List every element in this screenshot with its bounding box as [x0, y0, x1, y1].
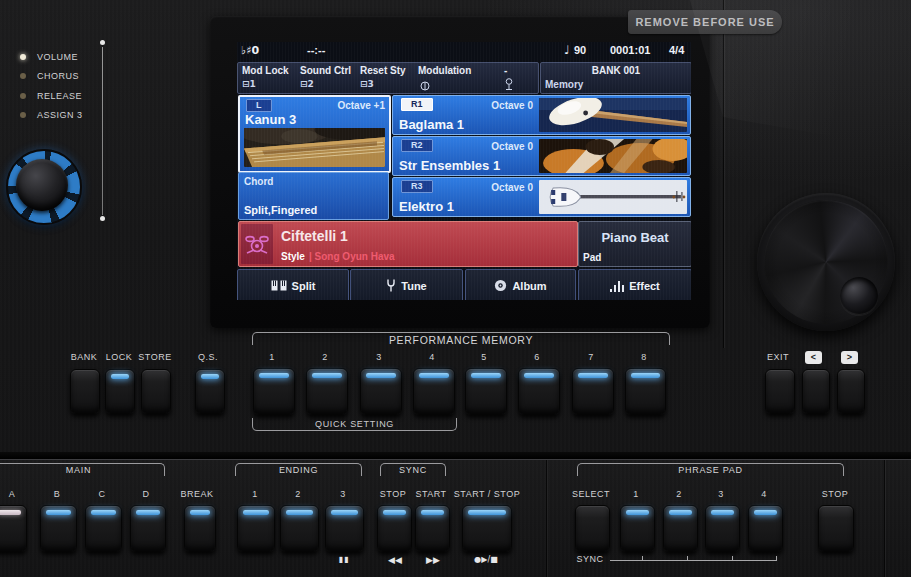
bank-button[interactable] [70, 369, 100, 414]
cursor-right-button[interactable] [837, 369, 865, 414]
phrase-1-button[interactable] [620, 505, 655, 552]
quick-setting-button[interactable] [195, 369, 225, 414]
softkey-split[interactable]: Split [237, 269, 349, 300]
album-disc-icon [494, 279, 507, 292]
lock-button[interactable] [105, 369, 135, 414]
song-time: --:-- [307, 44, 325, 56]
perf-8-button[interactable] [625, 368, 666, 415]
voice-r3-name: Elektro 1 [399, 199, 454, 214]
divider-line [102, 47, 103, 215]
perf-7-button[interactable] [572, 368, 614, 415]
fast-forward-icon: ▶▶ [418, 555, 448, 565]
exit-button[interactable] [765, 369, 795, 414]
chord-box[interactable]: Chord Split,Fingered [238, 172, 389, 220]
sync-start-button[interactable] [415, 505, 450, 552]
ending-2-button[interactable] [280, 505, 319, 552]
perf-3-button[interactable] [360, 368, 402, 415]
exit-button-label: EXIT [758, 352, 798, 362]
qs-button-label: Q.S. [188, 352, 228, 362]
phrase-2-label: 2 [664, 489, 694, 499]
main-b-button[interactable] [40, 505, 77, 552]
phrase-1-label: 1 [621, 489, 651, 499]
voice-left-name: Kanun 3 [245, 112, 296, 127]
main-title: MAIN [0, 465, 164, 475]
ending-2-label: 2 [283, 489, 313, 499]
release-label: RELEASE [37, 91, 82, 101]
style-box[interactable]: Ciftetelli 1 Style | Song Oyun Hava [238, 221, 578, 267]
jog-dial[interactable] [757, 193, 895, 331]
elektro-baglama-photo [539, 180, 687, 214]
main-d-button[interactable] [130, 505, 166, 552]
phrase-3-button[interactable] [705, 505, 740, 552]
store-button[interactable] [141, 369, 171, 414]
effect-bars-icon [610, 280, 624, 292]
panel-seam [884, 460, 885, 577]
voice-r1-box[interactable]: R1 Octave 0 Baglama 1 [392, 95, 691, 135]
sync-stop-label: STOP [373, 489, 413, 499]
panel-seam [546, 460, 547, 577]
break-label: BREAK [172, 489, 222, 499]
chord-label: Chord [244, 176, 273, 187]
screen-film-edge [723, 0, 724, 348]
perf-6-button[interactable] [518, 368, 560, 415]
sync-start-label: START [411, 489, 451, 499]
main-a-button[interactable] [0, 505, 27, 552]
kanun-photo [244, 128, 385, 167]
voice-left-tag: L [246, 99, 272, 112]
chord-mode-value: Split,Fingered [244, 204, 317, 216]
assignable-knob[interactable] [6, 149, 82, 225]
voice-r3-box[interactable]: R3 Octave 0 Elektro 1 [392, 177, 691, 217]
pad-box[interactable]: Piano Beat Pad [578, 221, 691, 267]
cursor-left-button[interactable] [802, 369, 830, 414]
ending-title: ENDING [236, 465, 361, 475]
release-led [20, 93, 26, 99]
voice-left-box[interactable]: L Octave +1 Kanun 3 [238, 95, 391, 173]
softkey-album[interactable]: Album [465, 269, 576, 300]
perf-2-button[interactable] [306, 368, 348, 415]
phrase-2-button[interactable] [663, 505, 698, 552]
phrase-4-label: 4 [749, 489, 779, 499]
main-a-label: A [0, 489, 27, 499]
ending-1-label: 1 [240, 489, 270, 499]
chorus-label: CHORUS [37, 71, 79, 81]
perf-4-button[interactable] [413, 368, 455, 415]
phrase-4-button[interactable] [748, 505, 783, 552]
voice-r2-box[interactable]: R2 Octave 0 Str Ensembles 1 [392, 136, 691, 176]
perf-2-label: 2 [310, 352, 340, 362]
perf-1-button[interactable] [253, 368, 295, 415]
strings-ensemble-photo [539, 139, 687, 173]
jog-dial-dimple [840, 277, 878, 315]
lock-button-label: LOCK [99, 352, 139, 362]
softkey-effect[interactable]: Effect [578, 269, 691, 300]
fkey-label: Mod Lock [242, 65, 289, 76]
phrase-select-button[interactable] [575, 505, 610, 552]
main-d-label: D [131, 489, 161, 499]
ending-3-button[interactable] [325, 505, 364, 552]
split-keyboard-icon [271, 280, 287, 291]
main-bracket: MAIN [0, 463, 165, 476]
voice-r1-octave: Octave 0 [453, 100, 533, 111]
controller-assign-box[interactable]: Mod Lock ⊟1 Sound Ctrl ⊟2 Reset Sty ⊟3 M… [237, 62, 539, 94]
ending-3-label: 3 [328, 489, 358, 499]
ending-1-button[interactable] [237, 505, 275, 552]
softkey-tune[interactable]: Tune [350, 269, 463, 300]
phrase-sync-tick [642, 556, 643, 561]
fkey-label: Sound Ctrl [300, 65, 351, 76]
phrase-stop-button[interactable] [818, 505, 854, 552]
pedal-1-icon: ⊟1 [242, 79, 256, 89]
sync-stop-button[interactable] [377, 505, 412, 552]
softkey-effect-label: Effect [629, 280, 660, 292]
main-c-button[interactable] [85, 505, 122, 552]
volume-label: VOLUME [37, 52, 78, 62]
remove-before-use-sticker[interactable]: REMOVE BEFORE USE [628, 10, 782, 34]
perf-5-button[interactable] [465, 368, 507, 415]
break-button[interactable] [184, 505, 216, 552]
style-song-name: | Song Oyun Hava [309, 251, 395, 262]
performance-memory-bracket: PERFORMANCE MEMORY [252, 332, 670, 345]
volume-led [20, 54, 26, 60]
perf-5-label: 5 [469, 352, 499, 362]
memory-bank-box[interactable]: BANK 001 Memory [540, 62, 691, 94]
tuning-fork-icon [386, 279, 396, 292]
start-stop-button[interactable] [462, 505, 512, 552]
assign3-led [20, 112, 26, 118]
